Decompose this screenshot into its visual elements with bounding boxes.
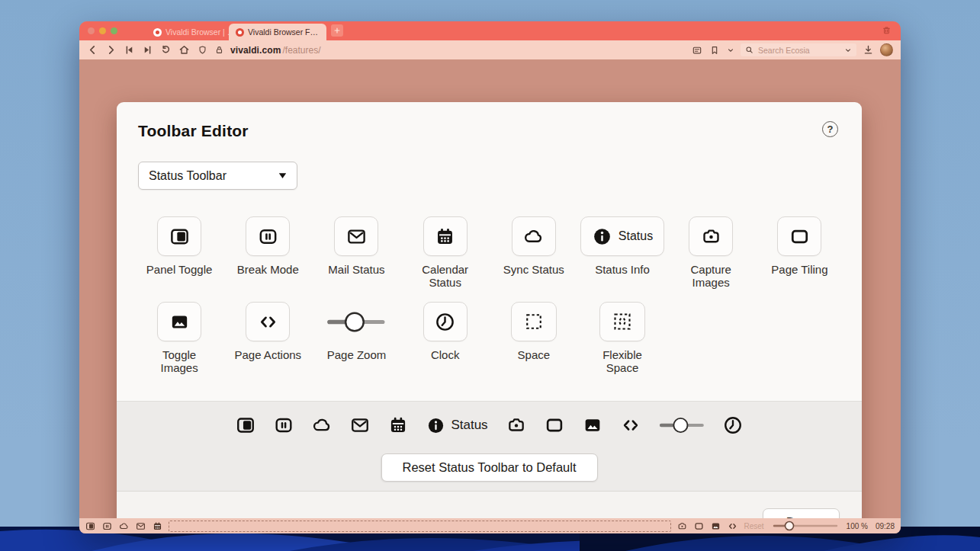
clock-button[interactable] bbox=[423, 302, 468, 341]
back-icon[interactable] bbox=[87, 44, 98, 56]
preview-clock-icon[interactable] bbox=[723, 415, 743, 435]
zoom-reset-label[interactable]: Reset bbox=[744, 522, 763, 530]
address-bar: vivaldi.com/features/ Search Ecosia bbox=[79, 40, 901, 59]
palette-item-label: Space bbox=[518, 348, 551, 361]
status-info-button[interactable]: Status bbox=[580, 216, 664, 256]
palette-item-label: Capture Images bbox=[676, 263, 746, 289]
toolbar-editor-dialog: Toolbar Editor ? Status Toolbar Panel To… bbox=[117, 102, 862, 533]
status-clock[interactable]: 09:28 bbox=[876, 522, 895, 530]
tab-vivaldi-features[interactable]: Vivaldi Browser Features | bbox=[229, 24, 326, 40]
forward-icon[interactable] bbox=[105, 44, 117, 56]
flexible-space-edit-outline[interactable] bbox=[169, 521, 671, 532]
tab-bar: Vivaldi Browser | Now wit Vivaldi Browse… bbox=[79, 21, 901, 40]
vivaldi-favicon bbox=[236, 28, 244, 37]
new-tab-button[interactable] bbox=[331, 24, 343, 37]
sync-cloud-icon[interactable] bbox=[119, 521, 129, 531]
reload-icon[interactable] bbox=[160, 44, 172, 56]
preview-mail-icon[interactable] bbox=[350, 415, 370, 435]
page-tiling-button[interactable] bbox=[777, 216, 821, 256]
toolbar-items-palette: Panel ToggleBreak ModeMail StatusCalenda… bbox=[135, 216, 844, 374]
maximize-window-button[interactable] bbox=[111, 27, 117, 34]
palette-item-label: Page Zoom bbox=[327, 348, 387, 361]
palette-item-page-tiling[interactable]: Page Tiling bbox=[755, 216, 843, 289]
preview-page-actions-icon[interactable] bbox=[621, 415, 641, 435]
reset-toolbar-button[interactable]: Reset Status Toolbar to Default bbox=[381, 453, 597, 482]
preview-status-info[interactable]: Status bbox=[426, 416, 487, 435]
search-placeholder: Search Ecosia bbox=[758, 46, 840, 55]
page-zoom-control[interactable] bbox=[326, 302, 386, 341]
toolbar-preview-strip: Status Reset Status Toolbar to Default bbox=[117, 401, 862, 492]
toggle-images-icon[interactable] bbox=[711, 521, 721, 531]
skip-back-icon[interactable] bbox=[124, 44, 135, 56]
search-input[interactable]: Search Ecosia bbox=[741, 43, 856, 56]
capture-icon[interactable] bbox=[677, 521, 687, 531]
palette-item-page-zoom[interactable]: Page Zoom bbox=[312, 302, 400, 374]
page-actions-button[interactable] bbox=[246, 302, 290, 341]
preview-capture-icon[interactable] bbox=[506, 415, 526, 435]
space-button[interactable] bbox=[511, 302, 557, 341]
calendar-status-button[interactable] bbox=[423, 216, 468, 256]
clock-icon bbox=[435, 312, 455, 332]
shield-icon[interactable] bbox=[198, 45, 207, 55]
preview-calendar-icon[interactable] bbox=[388, 415, 408, 435]
lock-icon[interactable] bbox=[214, 45, 224, 55]
flexible-space-icon bbox=[611, 310, 634, 333]
bookmark-icon[interactable] bbox=[709, 45, 720, 56]
zoom-level-value: 100 % bbox=[847, 522, 868, 530]
reader-view-icon[interactable] bbox=[692, 45, 702, 56]
toggle-images-button[interactable] bbox=[157, 302, 201, 341]
download-icon[interactable] bbox=[863, 44, 874, 56]
trash-closed-tabs-icon[interactable] bbox=[882, 25, 892, 35]
palette-item-label: Break Mode bbox=[237, 263, 299, 276]
panel-toggle-button[interactable] bbox=[157, 216, 201, 256]
profile-avatar[interactable] bbox=[880, 43, 893, 56]
sync-cloud-icon bbox=[523, 226, 544, 247]
palette-item-status-info[interactable]: StatusStatus Info bbox=[578, 216, 667, 289]
mail-icon[interactable] bbox=[136, 521, 146, 531]
palette-item-clock[interactable]: Clock bbox=[401, 302, 490, 374]
url-path: /features/ bbox=[282, 45, 320, 56]
chevron-down-icon[interactable] bbox=[727, 46, 734, 54]
page-background: Toolbar Editor ? Status Toolbar Panel To… bbox=[79, 59, 901, 518]
palette-item-break-mode[interactable]: Break Mode bbox=[223, 216, 312, 289]
toolbar-select-dropdown[interactable]: Status Toolbar bbox=[138, 162, 297, 190]
palette-item-calendar-status[interactable]: Calendar Status bbox=[401, 216, 490, 289]
break-mode-button[interactable] bbox=[246, 216, 290, 256]
preview-break-mode-icon[interactable] bbox=[274, 415, 294, 435]
preview-toggle-images-icon[interactable] bbox=[583, 415, 602, 435]
tab-label: Vivaldi Browser | Now wit bbox=[165, 27, 237, 37]
palette-item-panel-toggle[interactable]: Panel Toggle bbox=[135, 216, 223, 289]
mail-status-button[interactable] bbox=[334, 216, 378, 256]
calendar-icon[interactable] bbox=[153, 521, 162, 531]
help-icon[interactable]: ? bbox=[822, 121, 838, 137]
toolbar-preview-row: Status bbox=[117, 415, 862, 435]
url-domain: vivaldi.com bbox=[230, 45, 281, 56]
preview-status-info-label: Status bbox=[451, 418, 487, 433]
palette-item-space[interactable]: Space bbox=[490, 302, 578, 374]
preview-panel-toggle-icon[interactable] bbox=[236, 415, 255, 435]
capture-icon bbox=[701, 226, 721, 247]
palette-item-toggle-images[interactable]: Toggle Images bbox=[135, 302, 223, 374]
palette-item-capture-images[interactable]: Capture Images bbox=[667, 216, 755, 289]
panel-toggle-icon[interactable] bbox=[85, 521, 95, 531]
palette-item-page-actions[interactable]: Page Actions bbox=[223, 302, 312, 374]
minimize-window-button[interactable] bbox=[99, 27, 106, 34]
page-actions-icon[interactable] bbox=[728, 521, 737, 531]
palette-item-flexible-space[interactable]: Flexible Space bbox=[578, 302, 667, 374]
home-icon[interactable] bbox=[178, 44, 190, 56]
page-tiling-icon[interactable] bbox=[694, 521, 704, 531]
capture-images-button[interactable] bbox=[689, 216, 733, 256]
status-zoom-slider[interactable] bbox=[772, 521, 839, 531]
palette-item-sync-status[interactable]: Sync Status bbox=[490, 216, 578, 289]
palette-item-mail-status[interactable]: Mail Status bbox=[312, 216, 400, 289]
close-window-button[interactable] bbox=[88, 27, 95, 34]
preview-page-zoom-icon[interactable] bbox=[659, 416, 705, 434]
flexible-space-button[interactable] bbox=[599, 302, 645, 341]
sync-status-button[interactable] bbox=[512, 216, 556, 256]
skip-forward-icon[interactable] bbox=[142, 44, 153, 56]
preview-page-tiling-icon[interactable] bbox=[545, 415, 564, 435]
page-actions-icon bbox=[258, 312, 278, 332]
preview-sync-cloud-icon[interactable] bbox=[312, 415, 332, 435]
break-mode-icon[interactable] bbox=[102, 521, 112, 531]
url-field[interactable]: vivaldi.com/features/ bbox=[230, 45, 321, 56]
